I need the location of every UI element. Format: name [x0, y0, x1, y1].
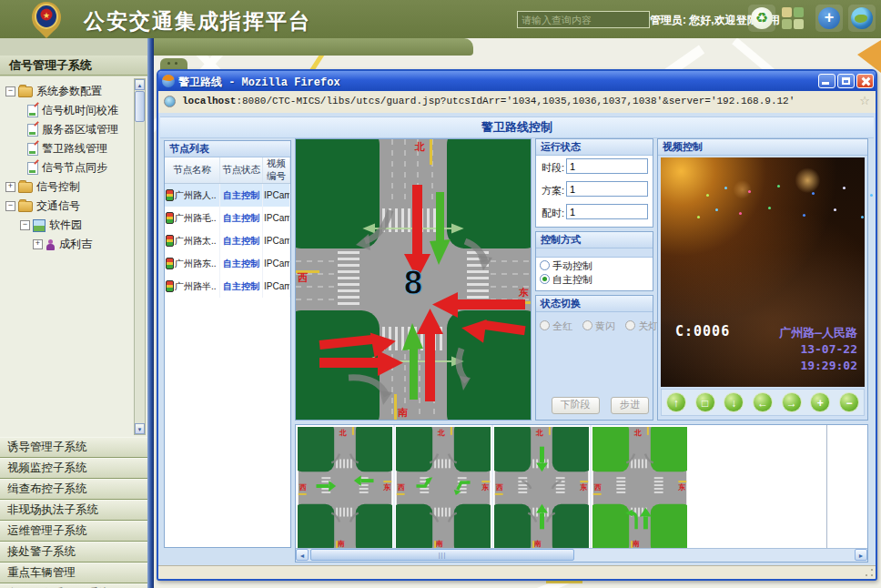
tree-item-signal-control[interactable]: +信号控制 — [5, 177, 147, 197]
refresh-button[interactable]: ♻ — [748, 5, 775, 32]
ptz-up-button[interactable]: ↑ — [666, 392, 686, 412]
radio-lights-off[interactable] — [625, 320, 635, 330]
plan-input[interactable] — [566, 181, 648, 197]
collapse-icon[interactable]: − — [5, 201, 15, 211]
scroll-right-button[interactable]: ► — [855, 549, 867, 561]
radio-yellow-flash[interactable] — [582, 320, 592, 330]
sidebar-splitter[interactable] — [147, 38, 154, 588]
all-red-option[interactable]: 全红 — [540, 320, 572, 331]
tree-item-traffic-signal[interactable]: −交通信号 — [5, 197, 147, 216]
tree-item-software-park[interactable]: −软件园 — [5, 216, 147, 235]
step-button[interactable]: 步进 — [611, 397, 649, 414]
ptz-controls: ↑ □ ↓ ← → + − — [661, 389, 865, 416]
tree-item-server-region[interactable]: 服务器区域管理 — [5, 120, 147, 139]
map-tiles-button[interactable] — [779, 5, 806, 32]
url-bar[interactable]: localhost:8080/CTC-MICS/libs/utcs/guard.… — [158, 91, 876, 114]
plus-icon: + — [818, 7, 840, 29]
scroll-up-button[interactable]: ▲ — [135, 79, 145, 90]
phase-thumbnail-1[interactable]: 北南东西 — [298, 427, 392, 549]
table-row[interactable]: 广州路东.. 自主控制 IPCam9 — [165, 252, 290, 275]
field-label: 配时: — [542, 207, 564, 220]
menu-item-police-dispatch[interactable]: 接处警子系统 — [0, 542, 147, 563]
col-video-id[interactable]: 视频编号 — [263, 157, 290, 184]
phase-thumbnail-3[interactable]: 北南东西 — [494, 427, 589, 549]
menu-item-key-vehicles[interactable]: 重点车辆管理 — [0, 563, 147, 583]
video-date: 13-07-22 — [779, 341, 857, 358]
tree-item-guard-route[interactable]: 警卫路线管理 — [5, 139, 147, 158]
police-badge-logo: ★ — [29, 1, 64, 42]
ptz-stop-button[interactable]: □ — [695, 392, 715, 412]
menu-item-investigation[interactable]: 缉查布控子系统 — [0, 479, 147, 500]
menu-item-guidance[interactable]: 诱导管理子系统 — [0, 437, 147, 458]
ptz-left-button[interactable]: ← — [753, 392, 773, 412]
control-mode-panel: 控制方式 手动控制 自主控制 — [535, 231, 653, 291]
tree-item-chengliji[interactable]: +成利吉 — [5, 235, 147, 254]
table-row[interactable]: 广州路人.. 自主控制 IPCam6 — [165, 184, 290, 208]
add-button[interactable]: + — [815, 5, 843, 32]
collapse-icon[interactable]: − — [5, 86, 15, 96]
scrollbar-thumb[interactable]: ||| — [310, 549, 574, 561]
node-table: 节点名称 节点状态 视频编号 广州路人.. 自主控制 IPCam6 广州路毛..… — [165, 157, 290, 298]
radio-all-red[interactable] — [540, 320, 550, 330]
next-stage-button[interactable]: 下阶段 — [552, 397, 600, 414]
tree-item-time-calibration[interactable]: 信号机时间校准 — [5, 101, 147, 120]
expand-icon[interactable]: + — [33, 239, 43, 249]
tree-item-system-params[interactable]: −系统参数配置 — [5, 82, 147, 101]
globe-button[interactable] — [848, 5, 876, 32]
video-panel: 视频控制 C:0006 广州路—人民路 13-07-22 19:29:02 ↑ … — [657, 138, 868, 421]
ptz-down-button[interactable]: ↓ — [724, 392, 744, 412]
page-icon — [27, 162, 38, 175]
radio-manual[interactable] — [540, 260, 550, 270]
tree-scrollbar[interactable]: ▲ ▼ — [134, 78, 146, 435]
maximize-button[interactable] — [837, 74, 855, 88]
col-node-name[interactable]: 节点名称 — [165, 157, 220, 184]
scroll-left-button[interactable]: ◄ — [296, 549, 309, 561]
col-node-status[interactable]: 节点状态 — [220, 157, 263, 184]
manual-control-option[interactable]: 手动控制 — [540, 259, 649, 273]
tile-icon — [782, 7, 792, 17]
phase-thumbnail-4[interactable]: 北南东西 — [592, 427, 687, 549]
phase-strip-scrollbar[interactable]: ◄ ||| ► — [296, 548, 867, 562]
screen: ★ 公安交通集成指挥平台 管理员: 您好,欢迎登陆使用 ♻ + 信号管理子系统 … — [0, 0, 881, 588]
state-switch-panel: 状态切换 全红 黄闪 关灯 下阶段 步进 — [535, 295, 653, 421]
scrollbar-thumb[interactable] — [135, 91, 145, 122]
bookmark-star-icon[interactable]: ☆ — [859, 94, 870, 107]
period-input[interactable] — [566, 158, 648, 174]
expand-icon[interactable]: + — [5, 182, 15, 192]
svg-text:南: 南 — [435, 540, 443, 548]
phase-thumbnail-2[interactable]: 北南东西 — [396, 427, 491, 549]
yellow-flash-option[interactable]: 黄闪 — [582, 320, 615, 331]
table-row[interactable]: 广州路毛.. 自主控制 IPCam7 — [165, 207, 290, 229]
traffic-light-icon — [166, 280, 174, 292]
menu-item-video-surveillance[interactable]: 视频监控子系统 — [0, 458, 147, 479]
scroll-down-button[interactable]: ▼ — [135, 423, 145, 434]
url-text[interactable]: localhost:8080/CTC-MICS/libs/utcs/guard.… — [182, 96, 795, 106]
search-input[interactable] — [517, 11, 650, 28]
minimize-button[interactable] — [818, 74, 835, 88]
svg-text:西: 西 — [496, 483, 503, 492]
tree-item-node-sync[interactable]: 信号节点同步 — [5, 158, 147, 177]
resize-grip[interactable] — [865, 568, 874, 577]
firefox-window: 警卫路线 - Mozilla Firefox localhost:8080/CT… — [157, 69, 877, 581]
lights-off-option[interactable]: 关灯 — [625, 320, 658, 331]
timing-input[interactable] — [566, 204, 648, 219]
menu-item-offsite-enforcement[interactable]: 非现场执法子系统 — [0, 500, 147, 521]
page-icon — [27, 105, 38, 117]
tile-icon — [794, 7, 804, 17]
radio-auto[interactable] — [540, 274, 550, 284]
menu-item-operations[interactable]: 运维管理子系统 — [0, 521, 147, 542]
collapse-icon[interactable]: − — [20, 220, 30, 230]
table-row[interactable]: 广州路太.. 自主控制 IPCam8 — [165, 229, 290, 252]
ptz-zoom-in-button[interactable]: + — [810, 392, 830, 412]
window-titlebar[interactable]: 警卫路线 - Mozilla Firefox — [158, 71, 876, 91]
label-west: 西 — [297, 272, 309, 283]
close-button[interactable] — [856, 74, 874, 88]
camera-id-overlay: C:0006 — [675, 323, 730, 340]
table-row[interactable]: 广州路半.. 自主控制 IPCam10 — [165, 275, 290, 298]
auto-control-option[interactable]: 自主控制 — [540, 273, 649, 287]
ptz-zoom-out-button[interactable]: − — [839, 392, 859, 412]
svg-text:南: 南 — [632, 540, 640, 548]
menu-item-traffic-collection[interactable]: 交通信息采集子系统 — [0, 583, 147, 588]
ptz-right-button[interactable]: → — [782, 392, 802, 412]
page-content: 警卫路线控制 节点列表 节点名称 节点状态 视频编号 广州路人.. 自主控制 I… — [158, 113, 876, 579]
